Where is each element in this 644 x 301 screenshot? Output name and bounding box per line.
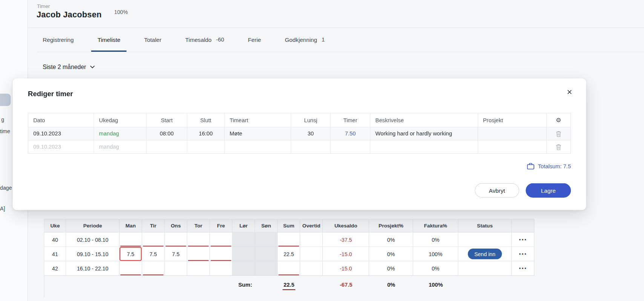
- actions-cell: ···: [512, 233, 534, 247]
- day-cell[interactable]: [187, 261, 210, 276]
- row-menu-icon[interactable]: ···: [519, 250, 527, 258]
- periode-cell: 02.10 - 08.10: [66, 233, 120, 247]
- day-cell[interactable]: [187, 247, 210, 261]
- column-header: Man: [120, 220, 142, 233]
- day-cell[interactable]: [255, 233, 278, 247]
- day-cell[interactable]: [233, 261, 255, 276]
- slutt-cell[interactable]: [187, 141, 225, 154]
- week-row: 4109.10 - 15.107.57.57.522.5-15.00%100%S…: [44, 247, 535, 261]
- ukedag-cell[interactable]: mandag: [94, 127, 146, 141]
- delete-cell: [547, 141, 571, 154]
- day-cell[interactable]: [210, 247, 233, 261]
- day-cell[interactable]: 7.5: [120, 247, 142, 261]
- sidebar-item-label[interactable]: A]: [0, 206, 5, 212]
- missing-indicator: [188, 260, 209, 261]
- totalsum-label: Totalsum: 7.5: [538, 163, 571, 169]
- lunsj-cell[interactable]: 30: [291, 127, 331, 141]
- prosjekt-cell[interactable]: [478, 127, 547, 141]
- day-cell[interactable]: [187, 233, 210, 247]
- timer-cell[interactable]: 7.50: [331, 127, 371, 141]
- dato-cell[interactable]: 09.10.2023: [28, 141, 94, 154]
- day-cell[interactable]: [210, 261, 233, 276]
- sidebar-selected-item[interactable]: [0, 94, 11, 106]
- sidebar-item-label[interactable]: time: [0, 128, 10, 134]
- tabs-divider: [37, 52, 644, 52]
- prosjekt-cell[interactable]: [478, 141, 547, 154]
- column-header: Fre: [210, 220, 233, 233]
- chevron-down-icon: [90, 65, 95, 69]
- column-header: Timer: [331, 114, 371, 127]
- start-cell[interactable]: 08:00: [147, 127, 187, 141]
- sidebar-item-label[interactable]: g: [1, 117, 4, 123]
- missing-indicator: [166, 246, 186, 246]
- sum-label: Sum:: [227, 282, 252, 288]
- tab-ferie[interactable]: Ferie: [242, 28, 267, 52]
- week-table: UkePeriodeManTirOnsTorFreLørSønSumOverti…: [44, 219, 535, 297]
- timeart-cell[interactable]: Møte: [225, 127, 291, 141]
- lunsj-cell[interactable]: [291, 141, 331, 154]
- day-cell[interactable]: [233, 233, 255, 247]
- column-header: Status: [458, 220, 512, 233]
- sum-cell: 22.5: [278, 247, 300, 261]
- tab-timeliste[interactable]: Timeliste: [91, 28, 126, 52]
- app: g time dage A] Timer Jacob Jacobsen 100%…: [0, 0, 644, 301]
- tab-badge: 1: [322, 37, 325, 43]
- modal-table-header: DatoUkedagStartSluttTimeartLunsjTimerBes…: [28, 114, 571, 127]
- day-cell[interactable]: [120, 261, 142, 276]
- period-filter[interactable]: Siste 2 måneder: [43, 63, 95, 72]
- actions-cell: ···: [512, 261, 534, 276]
- day-cell[interactable]: [165, 233, 187, 247]
- day-cell[interactable]: [142, 261, 165, 276]
- day-cell[interactable]: [233, 247, 255, 261]
- missing-indicator: [143, 246, 163, 246]
- tab-totaler[interactable]: Totaler: [138, 28, 167, 52]
- day-cell[interactable]: 7.5: [165, 247, 187, 261]
- timeart-cell[interactable]: [225, 141, 291, 154]
- beskrivelse-cell[interactable]: Working hard or hardly working: [371, 127, 478, 141]
- cancel-button[interactable]: Avbryt: [475, 183, 519, 198]
- tab-godkjenning[interactable]: Godkjenning1: [279, 28, 331, 52]
- tab-registrering[interactable]: Registrering: [37, 28, 80, 52]
- tab-label: Totaler: [144, 36, 161, 43]
- status-cell: Send inn: [458, 247, 512, 261]
- sidebar-item-label[interactable]: dage: [0, 185, 12, 191]
- day-cell[interactable]: [142, 233, 165, 247]
- missing-indicator: [120, 246, 141, 246]
- column-header: Slutt: [187, 114, 225, 127]
- uke-cell: 41: [44, 247, 66, 261]
- timer-cell[interactable]: [331, 141, 371, 154]
- close-icon[interactable]: ×: [567, 88, 572, 97]
- employment-percent: 100%: [114, 9, 128, 15]
- slutt-cell[interactable]: 16:00: [187, 127, 225, 141]
- start-cell[interactable]: [147, 141, 187, 154]
- row-menu-icon[interactable]: ···: [519, 264, 527, 272]
- ukedag-cell[interactable]: mandag: [94, 141, 146, 154]
- day-cell[interactable]: 7.5: [142, 247, 165, 261]
- tab-timesaldo[interactable]: Timesaldo-60: [179, 28, 230, 52]
- dato-cell[interactable]: 09.10.2023: [28, 127, 94, 141]
- beskrivelse-cell[interactable]: [371, 141, 478, 154]
- row-menu-icon[interactable]: ···: [519, 235, 527, 244]
- column-header: Prosjekt: [478, 114, 547, 127]
- week-table-body: 4002.10 - 08.10-37.50%0%···4109.10 - 15.…: [44, 233, 535, 276]
- day-cell[interactable]: [255, 261, 278, 276]
- day-cell[interactable]: [210, 233, 233, 247]
- day-cell[interactable]: [255, 247, 278, 261]
- column-header: Ukedag: [94, 114, 146, 127]
- uke-cell: 40: [44, 233, 66, 247]
- totalsum: Totalsum: 7.5: [527, 163, 571, 170]
- trash-icon[interactable]: [556, 144, 561, 150]
- column-header: Prosjekt%: [369, 220, 413, 233]
- send-inn-button[interactable]: Send inn: [468, 249, 502, 259]
- gear-icon[interactable]: ⚙: [556, 117, 561, 123]
- period-filter-label: Siste 2 måneder: [43, 64, 86, 70]
- day-cell[interactable]: [165, 261, 187, 276]
- save-button[interactable]: Lagre: [526, 183, 571, 198]
- missing-indicator: [120, 275, 141, 275]
- trash-icon[interactable]: [556, 131, 561, 137]
- day-cell[interactable]: [120, 233, 142, 247]
- column-header: Start: [147, 114, 187, 127]
- column-header: Uke: [44, 220, 66, 233]
- column-header: Sum: [278, 220, 300, 233]
- week-table-header: UkePeriodeManTirOnsTorFreLørSønSumOverti…: [44, 220, 535, 233]
